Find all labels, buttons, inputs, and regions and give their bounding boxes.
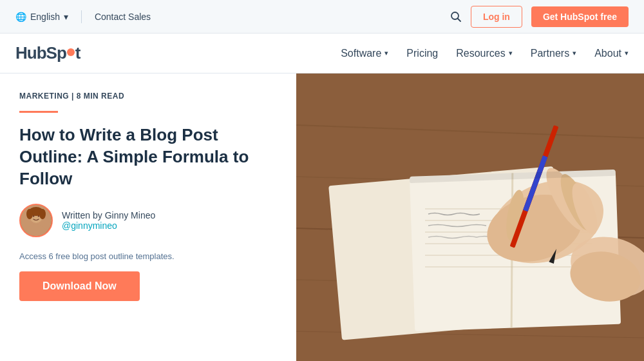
top-bar: 🌐 English ▾ Contact Sales Log in Get Hub… — [0, 0, 644, 34]
chevron-down-icon: ▾ — [509, 49, 513, 57]
get-hubspot-free-button[interactable]: Get HubSpot free — [531, 6, 629, 27]
templates-description: Access 6 free blog post outline template… — [19, 251, 277, 261]
article-image-section — [296, 73, 644, 361]
category-label: MARKETING — [19, 92, 69, 101]
svg-line-1 — [457, 18, 460, 21]
hero-illustration — [296, 73, 644, 361]
main-content: MARKETING | 8 MIN READ How to Write a Bl… — [0, 73, 644, 361]
nav-bar: HubSpt Software ▾ Pricing Resources ▾ Pa… — [0, 34, 644, 73]
login-button[interactable]: Log in — [471, 6, 522, 28]
chevron-down-icon: ▾ — [64, 12, 68, 22]
nav-item-resources[interactable]: Resources ▾ — [456, 48, 512, 59]
language-label: English — [30, 12, 60, 22]
nav-item-software[interactable]: Software ▾ — [341, 48, 388, 59]
article-title: How to Write a Blog Post Outline: A Simp… — [19, 124, 264, 190]
top-bar-right: Log in Get HubSpot free — [450, 6, 629, 28]
contact-sales-link[interactable]: Contact Sales — [95, 12, 151, 22]
nav-item-pricing[interactable]: Pricing — [406, 48, 438, 59]
author-info: Written by Ginny Mineo @ginnymineo — [62, 210, 155, 231]
hubspot-logo[interactable]: HubSpt — [15, 43, 80, 63]
author-handle[interactable]: @ginnymineo — [62, 220, 155, 231]
logo-dot — [67, 48, 75, 56]
logo-text-part2: t — [75, 43, 80, 63]
article-section: MARKETING | 8 MIN READ How to Write a Bl… — [0, 73, 296, 361]
read-time-label: 8 MIN READ — [77, 92, 124, 101]
top-bar-left: 🌐 English ▾ Contact Sales — [15, 10, 151, 23]
divider — [81, 10, 82, 23]
avatar-image — [21, 205, 52, 236]
logo-text-part1: HubSp — [15, 43, 66, 63]
svg-point-8 — [26, 209, 33, 219]
separator: | — [71, 92, 77, 101]
author-written-by: Written by Ginny Mineo — [62, 210, 155, 220]
nav-label-resources: Resources — [456, 48, 505, 59]
search-button[interactable] — [450, 11, 462, 23]
chevron-down-icon: ▾ — [384, 49, 388, 57]
nav-label-software: Software — [341, 48, 381, 59]
nav-label-about: About — [594, 48, 621, 59]
svg-point-9 — [39, 209, 46, 219]
language-selector[interactable]: 🌐 English ▾ — [15, 12, 68, 22]
article-hero-image — [296, 73, 644, 361]
nav-item-partners[interactable]: Partners ▾ — [531, 48, 576, 59]
main-nav: Software ▾ Pricing Resources ▾ Partners … — [341, 48, 629, 59]
nav-item-about[interactable]: About ▾ — [594, 48, 629, 59]
nav-label-partners: Partners — [531, 48, 569, 59]
author-section: Written by Ginny Mineo @ginnymineo — [19, 204, 277, 237]
author-avatar — [19, 204, 53, 237]
orange-accent-bar — [19, 111, 58, 113]
search-icon — [450, 11, 462, 23]
chevron-down-icon: ▾ — [573, 49, 576, 57]
article-category: MARKETING | 8 MIN READ — [19, 92, 277, 101]
chevron-down-icon: ▾ — [625, 49, 629, 57]
nav-label-pricing: Pricing — [406, 48, 438, 59]
globe-icon: 🌐 — [15, 12, 26, 22]
download-now-button[interactable]: Download Now — [19, 271, 140, 301]
